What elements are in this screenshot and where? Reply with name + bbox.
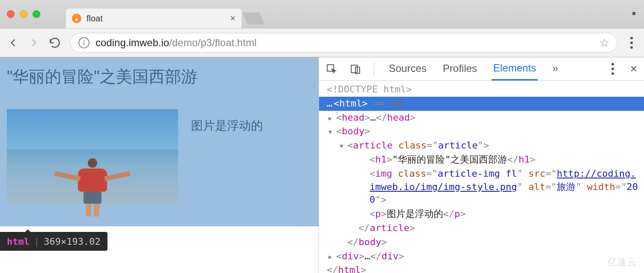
reload-button[interactable] [49,37,61,49]
device-toggle-icon[interactable] [350,63,361,74]
dom-head[interactable]: <head>…</head> [319,111,644,125]
dom-body-close[interactable]: </body> [319,235,644,249]
dom-article-close[interactable]: </article> [319,221,644,235]
close-window-button[interactable] [7,10,15,18]
article-highlight: "华丽的冒险"之美国西部游 图片是浮动的 [0,57,319,226]
favicon-icon: ▲ [72,14,81,23]
tab-title: float [86,14,225,24]
devtools-panel: Sources Profiles Elements » × <!DOCTYPE … [319,57,644,273]
tab-profiles[interactable]: Profiles [441,58,479,80]
rendered-page: "华丽的冒险"之美国西部游 图片是浮动的 html | 369×193.02 [0,57,319,273]
dom-html-close[interactable]: </html> [319,263,644,273]
maximize-window-button[interactable] [33,10,40,18]
window-controls [7,10,40,18]
minimize-window-button[interactable] [20,10,27,18]
chrome-menu-button[interactable] [627,37,636,49]
url-text: coding.imweb.io/demo/p3/float.html [95,37,256,49]
site-info-icon[interactable]: i [78,37,89,48]
element-tooltip: html | 369×193.02 [0,232,107,251]
address-bar[interactable]: i coding.imweb.io/demo/p3/float.html ☆ [70,33,617,53]
back-button[interactable] [8,37,19,48]
tab-more[interactable]: » [551,58,560,80]
dom-article-open[interactable]: <article class="article"> [319,139,644,153]
tab-elements[interactable]: Elements [492,58,538,80]
inspect-icon[interactable] [326,63,337,74]
devtools-close-button[interactable]: × [630,62,637,76]
dom-doctype: <!DOCTYPE html> [327,84,412,95]
dom-p[interactable]: <p>图片是浮动的</p> [319,207,644,221]
devtools-tab-bar: Sources Profiles Elements » × [319,57,644,81]
tab-sources[interactable]: Sources [387,58,428,80]
dom-img[interactable]: <img class="article-img fl" src="http://… [319,167,644,207]
page-heading: "华丽的冒险"之美国西部游 [7,66,312,88]
devtools-menu-button[interactable] [608,63,617,75]
dom-h1[interactable]: <h1>"华丽的冒险"之美国西部游</h1> [319,153,644,167]
dom-div[interactable]: <div>…</div> [319,249,644,264]
close-tab-button[interactable]: × [230,13,236,24]
minimize-icon [632,12,635,15]
watermark: 亿速云 [608,256,637,269]
toolbar: i coding.imweb.io/demo/p3/float.html ☆ [0,28,644,57]
bookmark-star-icon[interactable]: ☆ [599,36,609,50]
dom-body-open[interactable]: <body> [319,125,644,139]
article-image [7,109,178,204]
dom-tree[interactable]: <!DOCTYPE html> …<html> == $0 <head>…</h… [319,81,644,273]
tooltip-dimensions: 369×193.02 [44,236,100,247]
new-tab-button[interactable] [242,12,264,24]
browser-tab[interactable]: ▲ float × [66,9,242,28]
browser-tab-bar: ▲ float × [0,0,644,28]
tooltip-tag: html [7,236,30,247]
svg-rect-1 [351,65,357,72]
forward-button[interactable] [28,37,39,48]
dom-html-selected[interactable]: …<html> == $0 [319,97,644,111]
